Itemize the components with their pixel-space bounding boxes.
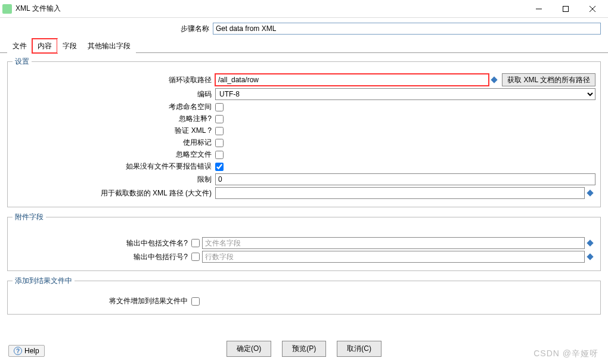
- addresult-legend: 添加到结果文件中: [13, 276, 75, 286]
- encoding-label: 编码: [13, 89, 215, 99]
- ignore-comments-checkbox[interactable]: [215, 115, 224, 123]
- minimize-button[interactable]: [525, 1, 552, 17]
- include-rownum-label: 输出中包括行号?: [13, 252, 191, 262]
- tab-other-output[interactable]: 其他输出字段: [82, 39, 136, 53]
- settings-legend: 设置: [13, 57, 32, 67]
- ignore-comments-label: 忽略注释?: [13, 114, 215, 124]
- title-bar: XML 文件输入: [0, 0, 608, 18]
- validate-xml-label: 验证 XML ?: [13, 126, 215, 136]
- tab-content[interactable]: 内容: [32, 39, 57, 53]
- step-name-input[interactable]: [213, 23, 601, 35]
- window-controls: [525, 1, 606, 17]
- close-button[interactable]: [579, 1, 606, 17]
- button-bar: 确定(O) 预览(P) 取消(C): [0, 341, 608, 357]
- content-panel: 设置 循环读取路径 获取 XML 文档的所有路径 编码 UTF-8 考虑命名空间…: [0, 53, 608, 324]
- add-to-result-checkbox[interactable]: [191, 297, 200, 306]
- step-name-row: 步骤名称: [0, 18, 608, 38]
- app-icon: [2, 4, 12, 14]
- include-rownum-checkbox[interactable]: [191, 253, 200, 261]
- no-error-checkbox[interactable]: [215, 163, 224, 171]
- namespace-label: 考虑命名空间: [13, 102, 215, 112]
- variable-icon[interactable]: [586, 253, 594, 261]
- tab-file[interactable]: 文件: [7, 39, 32, 53]
- rownum-field-input: [202, 251, 585, 263]
- preview-button[interactable]: 预览(P): [282, 341, 326, 357]
- limit-label: 限制: [13, 175, 215, 185]
- ignore-empty-label: 忽略空文件: [13, 150, 215, 160]
- attach-group: 附件字段 输出中包括文件名? 输出中包括行号?: [7, 212, 601, 271]
- xml-big-path-input[interactable]: [215, 187, 585, 199]
- cancel-button[interactable]: 取消(C): [337, 341, 381, 357]
- variable-icon[interactable]: [586, 239, 594, 247]
- watermark: CSDN @辛娅呀: [533, 349, 598, 359]
- use-markers-label: 使用标记: [13, 138, 215, 148]
- variable-icon[interactable]: [490, 76, 498, 84]
- ok-button[interactable]: 确定(O): [227, 341, 271, 357]
- filename-field-input: [202, 237, 585, 249]
- use-markers-checkbox[interactable]: [215, 139, 224, 147]
- settings-group: 设置 循环读取路径 获取 XML 文档的所有路径 编码 UTF-8 考虑命名空间…: [7, 57, 601, 207]
- step-name-label: 步骤名称: [7, 24, 213, 34]
- encoding-select[interactable]: UTF-8: [215, 88, 595, 100]
- no-error-label: 如果没有文件不要报告错误: [13, 161, 215, 172]
- tab-fields[interactable]: 字段: [57, 39, 82, 53]
- svg-rect-1: [563, 6, 568, 11]
- include-filename-checkbox[interactable]: [191, 239, 200, 247]
- ignore-empty-checkbox[interactable]: [215, 151, 224, 159]
- window-title: XML 文件输入: [15, 4, 525, 14]
- tab-bar: 文件 内容 字段 其他输出字段: [0, 38, 608, 53]
- include-filename-label: 输出中包括文件名?: [13, 238, 191, 248]
- maximize-button[interactable]: [552, 1, 579, 17]
- add-to-result-label: 将文件增加到结果文件中: [13, 296, 191, 306]
- addresult-group: 添加到结果文件中 将文件增加到结果文件中: [7, 276, 601, 315]
- loop-path-label: 循环读取路径: [13, 75, 215, 85]
- namespace-checkbox[interactable]: [215, 103, 224, 111]
- variable-icon[interactable]: [586, 189, 594, 197]
- xml-big-path-label: 用于截取数据的 XML 路径 (大文件): [13, 188, 215, 198]
- limit-input[interactable]: [215, 173, 595, 185]
- loop-path-input[interactable]: [215, 74, 489, 86]
- get-xml-paths-button[interactable]: 获取 XML 文档的所有路径: [502, 73, 595, 86]
- validate-xml-checkbox[interactable]: [215, 127, 224, 135]
- attach-legend: 附件字段: [13, 212, 46, 222]
